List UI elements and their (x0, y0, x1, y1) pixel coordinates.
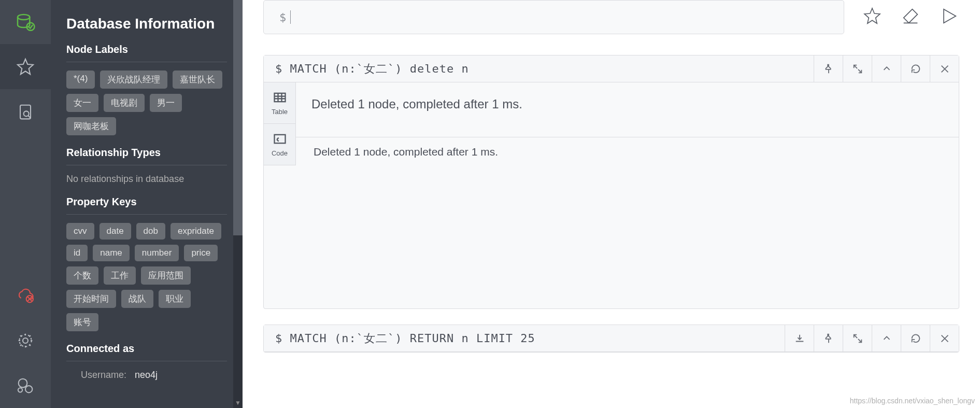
refresh-icon[interactable] (901, 325, 930, 352)
expand-icon[interactable] (843, 325, 872, 352)
sidebar-title: Database Information (66, 16, 227, 32)
result-area: Deleted 1 node, completed after 1 ms. De… (296, 82, 959, 165)
about-nav[interactable] (0, 363, 51, 408)
card-query: $ MATCH (n:`女二`) delete n (264, 61, 814, 77)
property-key-tag[interactable]: cvv (66, 223, 94, 240)
settings-nav[interactable] (0, 318, 51, 363)
svg-point-12 (18, 388, 22, 392)
sidebar: Database Information Node Labels *(4) 兴欣… (51, 0, 243, 408)
prop-keys-heading: Property Keys (66, 196, 227, 208)
documents-nav[interactable] (0, 89, 51, 134)
svg-rect-18 (274, 135, 285, 143)
sidebar-scrollbar[interactable]: ▼ (233, 0, 243, 408)
property-key-tag[interactable]: number (135, 245, 179, 261)
erase-button[interactable] (900, 6, 921, 29)
editor-prompt: $ (279, 11, 286, 24)
node-label-tag[interactable]: 嘉世队长 (173, 71, 222, 89)
query-editor[interactable]: $ (263, 0, 844, 34)
property-key-tag[interactable]: 职业 (159, 290, 191, 308)
pin-icon[interactable] (814, 55, 843, 82)
no-relationships-text: No relationships in database (66, 174, 227, 185)
view-tabs: Table Code (264, 82, 296, 165)
collapse-icon[interactable] (872, 325, 901, 352)
card-header: $ MATCH (n:`女二`) RETURN n LIMIT 25 (264, 325, 959, 352)
close-icon[interactable] (930, 55, 959, 82)
download-icon[interactable] (785, 325, 814, 352)
node-label-tag[interactable]: 网咖老板 (66, 117, 116, 135)
property-key-tag[interactable]: 账号 (66, 313, 98, 331)
card-body: Table Code Deleted 1 node, completed aft… (264, 82, 959, 165)
refresh-icon[interactable] (901, 55, 930, 82)
svg-point-10 (19, 378, 27, 387)
property-key-tag[interactable]: 工作 (104, 266, 136, 285)
rel-types-heading: Relationship Types (66, 147, 227, 159)
result-card: $ MATCH (n:`女二`) RETURN n LIMIT 25 (263, 325, 959, 353)
result-card: $ MATCH (n:`女二`) delete n Table (263, 55, 959, 309)
property-key-tag[interactable]: id (66, 245, 88, 261)
property-key-tag[interactable]: 应用范围 (141, 266, 191, 285)
card-actions (814, 55, 959, 82)
card-actions (785, 325, 959, 352)
node-labels-heading: Node Labels (66, 44, 227, 55)
card-query: $ MATCH (n:`女二`) RETURN n LIMIT 25 (264, 331, 785, 346)
divider (66, 165, 227, 165)
property-key-tag[interactable]: dob (136, 223, 165, 240)
property-key-tag[interactable]: price (184, 245, 218, 261)
table-view-tab[interactable]: Table (264, 82, 295, 124)
property-key-tag[interactable]: 开始时间 (66, 290, 116, 308)
result-footer: Deleted 1 node, completed after 1 ms. (296, 137, 959, 165)
node-label-tag[interactable]: 电视剧 (104, 94, 145, 112)
username-value: neo4j (135, 370, 158, 381)
svg-point-8 (23, 338, 28, 343)
watermark: https://blog.csdn.net/vxiao_shen_longv (850, 397, 975, 405)
expand-icon[interactable] (843, 55, 872, 82)
node-labels-list: *(4) 兴欣战队经理 嘉世队长 女一 电视剧 男一 网咖老板 (66, 71, 227, 135)
node-label-tag[interactable]: 女一 (66, 94, 98, 112)
node-label-tag[interactable]: 兴欣战队经理 (100, 71, 167, 89)
property-key-tag[interactable]: date (100, 223, 131, 240)
card-header: $ MATCH (n:`女二`) delete n (264, 55, 959, 82)
divider (66, 214, 227, 215)
connected-heading: Connected as (66, 343, 227, 355)
property-key-tag[interactable]: 个数 (66, 266, 98, 285)
property-key-tag[interactable]: expridate (171, 223, 221, 240)
svg-rect-13 (274, 93, 285, 102)
divider (66, 62, 227, 62)
divider (66, 361, 227, 361)
result-text: Deleted 1 node, completed after 1 ms. (296, 82, 959, 137)
main-area: $ $ MATCH (n:`女二`) delete n (243, 0, 980, 408)
node-label-tag[interactable]: *(4) (66, 71, 95, 89)
run-button[interactable] (939, 6, 959, 29)
pin-icon[interactable] (814, 325, 843, 352)
favorites-nav[interactable] (0, 44, 51, 89)
left-rail (0, 0, 51, 408)
property-key-tag[interactable]: 战队 (121, 290, 153, 308)
editor-row: $ (263, 0, 959, 34)
close-icon[interactable] (930, 325, 959, 352)
code-view-tab[interactable]: Code (264, 124, 295, 165)
collapse-icon[interactable] (872, 55, 901, 82)
svg-point-11 (25, 386, 32, 392)
property-key-tag[interactable]: name (93, 245, 130, 261)
svg-point-0 (18, 15, 30, 20)
favorite-button[interactable] (862, 6, 883, 29)
username-label: Username: (81, 370, 126, 381)
database-status-icon[interactable] (0, 0, 51, 44)
node-label-tag[interactable]: 男一 (150, 94, 182, 112)
property-keys-list: cvv date dob expridate id name number pr… (66, 223, 227, 331)
connected-username-row: Username: neo4j (66, 370, 227, 381)
cloud-nav[interactable] (0, 273, 51, 318)
